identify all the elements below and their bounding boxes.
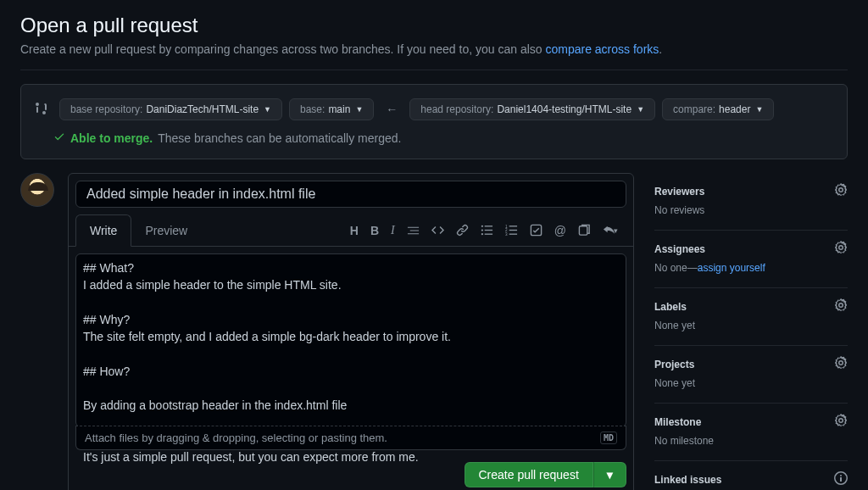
attach-hint-text: Attach files by dragging & dropping, sel… <box>85 432 387 444</box>
pr-body-textarea[interactable]: ## What? I added a simple header to the … <box>75 253 626 427</box>
link-icon[interactable] <box>456 224 469 237</box>
bold-icon[interactable]: B <box>370 224 379 237</box>
attach-bar[interactable]: Attach files by dragging & dropping, sel… <box>75 426 626 450</box>
create-pull-request-button[interactable]: Create pull request <box>465 462 593 487</box>
assignees-title[interactable]: Assignees <box>654 243 705 255</box>
base-branch-value: main <box>328 103 350 115</box>
chevron-down-icon: ▼ <box>637 105 644 114</box>
formatting-toolbar: H B I 123 @ ▾ <box>350 224 626 237</box>
tab-write[interactable]: Write <box>75 214 131 247</box>
gear-icon[interactable] <box>834 298 848 315</box>
svg-rect-9 <box>509 226 516 226</box>
subtitle-suffix: . <box>659 42 662 56</box>
compare-branch-selector[interactable]: compare: header ▼ <box>662 98 774 120</box>
head-repo-value: Daniel1404-testing/HTML-site <box>497 103 632 115</box>
cross-reference-icon[interactable] <box>578 224 591 237</box>
projects-body: None yet <box>654 377 848 389</box>
svg-rect-3 <box>484 226 492 226</box>
tab-preview[interactable]: Preview <box>131 215 201 246</box>
compare-branch-value: header <box>719 103 750 115</box>
milestone-body: No milestone <box>654 435 848 447</box>
svg-rect-10 <box>509 230 516 231</box>
compare-box: base repository: DaniDiazTech/HTML-site … <box>20 84 848 159</box>
chevron-down-icon: ▼ <box>755 105 763 114</box>
svg-rect-13 <box>579 226 587 235</box>
assign-yourself-link[interactable]: assign yourself <box>698 262 765 274</box>
assignees-body: No one—assign yourself <box>654 262 848 274</box>
create-pull-request-dropdown[interactable]: ▼ <box>593 462 626 487</box>
chevron-down-icon: ▼ <box>264 105 271 114</box>
header-divider <box>20 70 848 70</box>
git-compare-icon <box>35 102 48 118</box>
head-repo-selector[interactable]: head repository: Daniel1404-testing/HTML… <box>409 98 655 120</box>
page-title: Open a pull request <box>20 14 848 37</box>
gear-icon[interactable] <box>834 183 848 199</box>
base-repo-selector[interactable]: base repository: DaniDiazTech/HTML-site … <box>59 98 282 120</box>
italic-icon[interactable]: I <box>391 224 395 237</box>
tabs-bar: Write Preview H B I 123 @ <box>69 214 633 247</box>
gear-icon[interactable] <box>834 356 848 372</box>
pr-title-input[interactable] <box>75 181 626 208</box>
reply-icon[interactable]: ▾ <box>603 224 618 237</box>
labels-title[interactable]: Labels <box>654 301 687 313</box>
unordered-list-icon[interactable] <box>481 224 493 237</box>
ordered-list-icon[interactable]: 123 <box>505 224 518 237</box>
check-icon <box>53 131 65 145</box>
svg-point-1 <box>481 229 483 231</box>
gear-icon[interactable] <box>834 414 848 430</box>
base-branch-label: base: <box>300 103 325 115</box>
compare-branch-label: compare: <box>673 103 715 115</box>
merge-status-desc: These branches can be automatically merg… <box>158 131 401 145</box>
base-repo-value: DaniDiazTech/HTML-site <box>146 103 259 115</box>
heading-icon[interactable]: H <box>350 224 359 237</box>
svg-rect-11 <box>509 234 516 235</box>
info-icon[interactable] <box>834 471 848 487</box>
milestone-title[interactable]: Milestone <box>654 416 701 428</box>
merge-status: Able to merge. These branches can be aut… <box>53 131 833 145</box>
sidebar: Reviewers No reviews Assignees No one—as… <box>654 173 848 490</box>
base-repo-label: base repository: <box>70 103 142 115</box>
svg-point-0 <box>481 226 483 227</box>
svg-point-2 <box>481 233 483 235</box>
reviewers-title[interactable]: Reviewers <box>654 186 704 198</box>
task-list-icon[interactable] <box>530 224 542 237</box>
linked-issues-title: Linked issues <box>654 474 721 486</box>
reviewers-body: No reviews <box>654 204 848 216</box>
code-icon[interactable] <box>431 224 444 237</box>
gear-icon[interactable] <box>834 241 848 257</box>
labels-body: None yet <box>654 320 848 331</box>
chevron-down-icon: ▼ <box>355 105 363 114</box>
compare-across-forks-link[interactable]: compare across forks <box>545 42 659 56</box>
quote-icon[interactable] <box>407 224 420 237</box>
page-subtitle: Create a new pull request by comparing c… <box>20 42 848 56</box>
svg-rect-4 <box>484 230 492 231</box>
markdown-icon[interactable]: MD <box>600 432 617 444</box>
head-repo-label: head repository: <box>420 103 493 115</box>
arrow-left-icon: ← <box>381 103 403 116</box>
projects-title[interactable]: Projects <box>654 359 694 370</box>
avatar[interactable] <box>20 173 54 207</box>
svg-text:3: 3 <box>505 232 508 237</box>
comment-box: Write Preview H B I 123 @ <box>68 173 634 490</box>
merge-status-text: Able to merge. <box>70 131 153 145</box>
subtitle-text: Create a new pull request by comparing c… <box>20 42 545 56</box>
mention-icon[interactable]: @ <box>554 224 566 237</box>
base-branch-selector[interactable]: base: main ▼ <box>289 98 374 120</box>
svg-rect-5 <box>484 234 492 235</box>
